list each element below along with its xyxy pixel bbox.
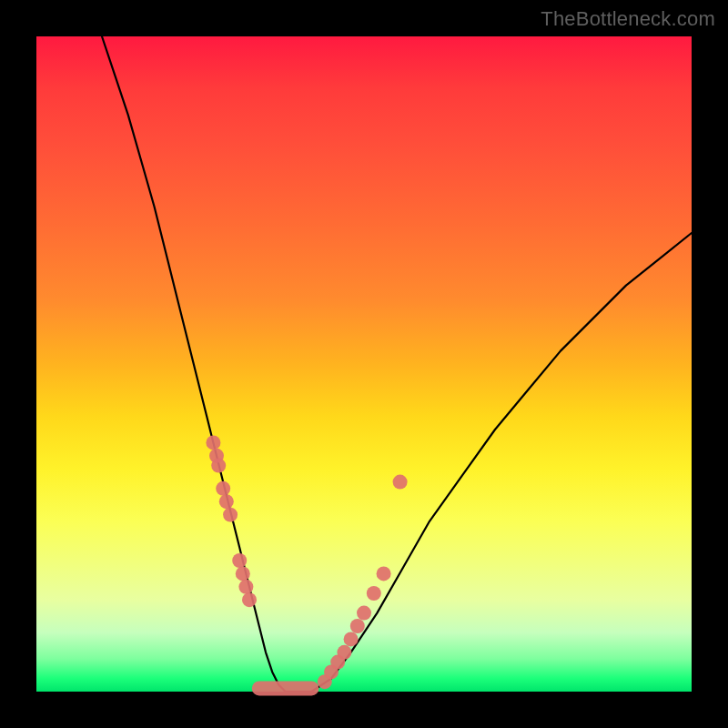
curve-marker [357, 606, 371, 621]
left-arm-markers [206, 435, 257, 607]
curve-marker [236, 566, 250, 581]
curve-marker [211, 459, 226, 473]
curve-svg [36, 36, 692, 692]
curve-marker [350, 619, 365, 633]
curve-marker [337, 645, 351, 660]
chart-frame: TheBottleneck.com [0, 0, 728, 728]
curve-marker [344, 632, 359, 646]
curve-marker [219, 494, 234, 509]
curve-marker [223, 508, 238, 522]
valley-marker-run [252, 681, 319, 695]
curve-marker [377, 566, 391, 581]
curve-marker [367, 586, 381, 601]
curve-marker [216, 481, 230, 496]
right-arm-markers [318, 566, 391, 689]
curve-marker [242, 592, 257, 607]
right-outlier-marker [393, 475, 408, 490]
watermark-text: TheBottleneck.com [541, 7, 715, 31]
curve-marker [238, 580, 253, 594]
curve-marker [232, 553, 247, 568]
curve-marker [206, 435, 220, 450]
plot-area [36, 36, 692, 692]
bottleneck-curve [102, 36, 692, 692]
curve-marker [393, 475, 408, 490]
